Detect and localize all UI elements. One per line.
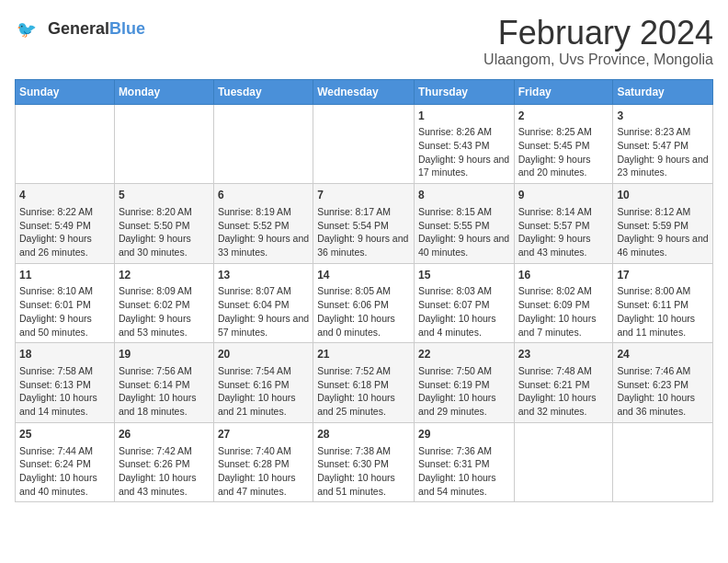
day-content: Sunrise: 7:50 AM <box>418 364 510 378</box>
calendar-cell: 19Sunrise: 7:56 AMSunset: 6:14 PMDayligh… <box>114 343 213 423</box>
day-content: Sunrise: 8:05 AM <box>317 284 410 298</box>
day-content: Sunset: 5:47 PM <box>617 139 709 153</box>
day-content: Daylight: 10 hours and 25 minutes. <box>317 391 410 418</box>
day-content: Daylight: 10 hours and 54 minutes. <box>418 471 510 498</box>
day-content: Daylight: 9 hours and 43 minutes. <box>518 232 609 259</box>
calendar-cell: 28Sunrise: 7:38 AMSunset: 6:30 PMDayligh… <box>313 422 415 502</box>
day-content: Sunrise: 8:12 AM <box>617 205 709 219</box>
day-header-tuesday: Tuesday <box>213 79 313 104</box>
day-content: Sunrise: 8:00 AM <box>617 284 709 298</box>
title-area: February 2024 Ulaangom, Uvs Province, Mo… <box>483 15 713 68</box>
main-title: February 2024 <box>483 15 713 52</box>
day-header-sunday: Sunday <box>16 79 115 104</box>
day-content: Sunrise: 7:48 AM <box>518 364 609 378</box>
day-content: Sunset: 6:09 PM <box>518 298 609 312</box>
day-content: Daylight: 9 hours and 23 minutes. <box>617 153 709 179</box>
day-number: 16 <box>518 268 609 283</box>
day-content: Daylight: 9 hours and 36 minutes. <box>317 232 410 259</box>
calendar-cell: 22Sunrise: 7:50 AMSunset: 6:19 PMDayligh… <box>414 343 514 423</box>
day-content: Sunset: 6:06 PM <box>317 298 410 312</box>
calendar-cell: 11Sunrise: 8:10 AMSunset: 6:01 PMDayligh… <box>16 263 115 343</box>
calendar-cell: 8Sunrise: 8:15 AMSunset: 5:55 PMDaylight… <box>414 184 514 264</box>
day-number: 24 <box>617 347 709 362</box>
day-content: Sunset: 5:59 PM <box>617 219 709 233</box>
day-content: Daylight: 10 hours and 7 minutes. <box>518 312 609 339</box>
day-content: Daylight: 10 hours and 47 minutes. <box>218 471 309 498</box>
day-number: 29 <box>418 427 510 442</box>
day-content: Sunset: 5:50 PM <box>119 219 210 233</box>
calendar-week-2: 11Sunrise: 8:10 AMSunset: 6:01 PMDayligh… <box>16 263 713 343</box>
day-content: Daylight: 9 hours and 20 minutes. <box>518 153 609 179</box>
day-content: Daylight: 9 hours and 46 minutes. <box>617 232 709 259</box>
day-content: Sunrise: 8:03 AM <box>418 284 510 298</box>
day-number: 23 <box>518 347 609 362</box>
calendar-cell <box>613 422 713 502</box>
calendar-cell: 18Sunrise: 7:58 AMSunset: 6:13 PMDayligh… <box>16 343 115 423</box>
day-content: Sunset: 6:01 PM <box>19 298 110 312</box>
calendar-cell: 6Sunrise: 8:19 AMSunset: 5:52 PMDaylight… <box>213 184 313 264</box>
day-content: Sunrise: 8:22 AM <box>19 205 110 219</box>
day-content: Sunset: 5:45 PM <box>518 139 609 153</box>
day-number: 6 <box>218 188 309 203</box>
calendar-cell: 14Sunrise: 8:05 AMSunset: 6:06 PMDayligh… <box>313 263 415 343</box>
day-content: Daylight: 9 hours and 57 minutes. <box>218 312 309 339</box>
day-content: Daylight: 9 hours and 17 minutes. <box>418 153 510 179</box>
calendar-week-1: 4Sunrise: 8:22 AMSunset: 5:49 PMDaylight… <box>16 184 713 264</box>
day-number: 5 <box>119 188 210 203</box>
day-number: 3 <box>617 109 709 124</box>
day-content: Sunrise: 7:36 AM <box>418 444 510 458</box>
day-content: Sunset: 6:24 PM <box>19 457 110 471</box>
day-content: Sunset: 6:04 PM <box>218 298 309 312</box>
day-number: 15 <box>418 268 510 283</box>
calendar-cell: 16Sunrise: 8:02 AMSunset: 6:09 PMDayligh… <box>514 263 613 343</box>
day-content: Sunrise: 8:07 AM <box>218 284 309 298</box>
sub-title: Ulaangom, Uvs Province, Mongolia <box>483 52 713 68</box>
day-content: Daylight: 10 hours and 29 minutes. <box>418 391 510 418</box>
calendar-cell <box>213 104 313 184</box>
calendar-cell <box>514 422 613 502</box>
day-number: 17 <box>617 268 709 283</box>
day-content: Daylight: 9 hours and 50 minutes. <box>19 312 110 339</box>
calendar-cell: 10Sunrise: 8:12 AMSunset: 5:59 PMDayligh… <box>613 184 713 264</box>
calendar-cell: 23Sunrise: 7:48 AMSunset: 6:21 PMDayligh… <box>514 343 613 423</box>
day-number: 9 <box>518 188 609 203</box>
day-content: Daylight: 10 hours and 43 minutes. <box>119 471 210 498</box>
day-content: Sunrise: 7:58 AM <box>19 364 110 378</box>
day-content: Sunset: 6:28 PM <box>218 457 309 471</box>
day-content: Daylight: 9 hours and 40 minutes. <box>418 232 510 259</box>
calendar-cell: 12Sunrise: 8:09 AMSunset: 6:02 PMDayligh… <box>114 263 213 343</box>
day-content: Sunset: 5:43 PM <box>418 139 510 153</box>
calendar-cell: 5Sunrise: 8:20 AMSunset: 5:50 PMDaylight… <box>114 184 213 264</box>
day-content: Daylight: 10 hours and 0 minutes. <box>317 312 410 339</box>
day-content: Sunrise: 7:52 AM <box>317 364 410 378</box>
day-header-saturday: Saturday <box>613 79 713 104</box>
day-content: Sunset: 6:19 PM <box>418 378 510 392</box>
day-number: 13 <box>218 268 309 283</box>
logo-text: GeneralBlue <box>48 20 145 39</box>
calendar-week-3: 18Sunrise: 7:58 AMSunset: 6:13 PMDayligh… <box>16 343 713 423</box>
calendar-cell: 9Sunrise: 8:14 AMSunset: 5:57 PMDaylight… <box>514 184 613 264</box>
day-content: Sunset: 6:02 PM <box>119 298 210 312</box>
day-content: Daylight: 10 hours and 36 minutes. <box>617 391 709 418</box>
day-content: Daylight: 10 hours and 51 minutes. <box>317 471 410 498</box>
day-content: Sunrise: 7:40 AM <box>218 444 309 458</box>
day-content: Sunrise: 7:42 AM <box>119 444 210 458</box>
day-number: 10 <box>617 188 709 203</box>
day-content: Sunrise: 8:17 AM <box>317 205 410 219</box>
day-content: Sunset: 6:30 PM <box>317 457 410 471</box>
day-content: Sunset: 6:16 PM <box>218 378 309 392</box>
calendar-cell: 20Sunrise: 7:54 AMSunset: 6:16 PMDayligh… <box>213 343 313 423</box>
calendar-cell: 24Sunrise: 7:46 AMSunset: 6:23 PMDayligh… <box>613 343 713 423</box>
day-content: Sunset: 6:21 PM <box>518 378 609 392</box>
day-content: Sunrise: 8:14 AM <box>518 205 609 219</box>
day-content: Sunrise: 8:02 AM <box>518 284 609 298</box>
day-number: 14 <box>317 268 410 283</box>
day-content: Sunset: 6:31 PM <box>418 457 510 471</box>
svg-text:🐦: 🐦 <box>17 19 37 40</box>
calendar-cell: 13Sunrise: 8:07 AMSunset: 6:04 PMDayligh… <box>213 263 313 343</box>
day-content: Sunset: 6:26 PM <box>119 457 210 471</box>
day-number: 2 <box>518 109 609 124</box>
calendar-cell: 2Sunrise: 8:25 AMSunset: 5:45 PMDaylight… <box>514 104 613 184</box>
day-content: Sunset: 6:11 PM <box>617 298 709 312</box>
day-number: 27 <box>218 427 309 442</box>
